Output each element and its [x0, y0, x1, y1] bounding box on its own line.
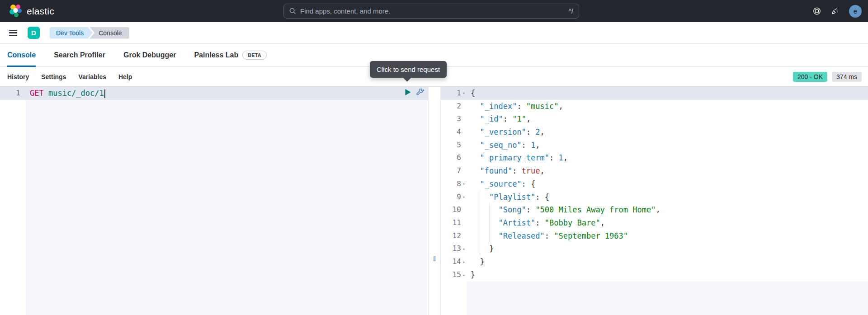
code-line[interactable]: 1▾{ [441, 87, 868, 100]
code-text[interactable]: "_version": 2, [467, 126, 868, 139]
code-line[interactable]: 2 "_index": "music", [441, 100, 868, 113]
code-text[interactable]: "Artist": "Bobby Bare", [467, 216, 868, 230]
indent-guide [480, 216, 480, 230]
tab-painless-lab[interactable]: Painless Lab BETA [194, 44, 267, 66]
fold-spacer [461, 126, 467, 139]
newsfeed-icon[interactable] [831, 7, 839, 15]
code-text[interactable]: } [467, 255, 868, 268]
tab-search-profiler[interactable]: Search Profiler [54, 44, 105, 66]
panel-resizer[interactable]: ‖ [429, 87, 441, 315]
indent-guide [480, 203, 480, 216]
code-text[interactable]: "_primary_term": 1, [467, 151, 868, 165]
code-line[interactable]: 3 "_id": "1", [441, 113, 868, 126]
code-text[interactable]: "_source": { [467, 178, 868, 191]
line-number: 1 [0, 87, 20, 100]
top-header: elastic ^/ e [0, 0, 868, 22]
search-shortcut-hint: ^/ [569, 8, 573, 15]
code-line[interactable]: 7 "found": true, [441, 165, 868, 178]
fold-spacer [461, 216, 467, 230]
code-text[interactable]: } [467, 242, 868, 255]
fold-spacer [461, 230, 467, 243]
line-number: 14 [441, 255, 461, 268]
menu-settings[interactable]: Settings [41, 73, 66, 80]
code-line[interactable]: 15▴} [441, 268, 868, 282]
fold-toggle-icon[interactable]: ▴ [461, 268, 467, 282]
code-line[interactable]: 12 "Released": "September 1963" [441, 230, 868, 243]
resizer-grip-icon: ‖ [433, 255, 436, 263]
fold-toggle-icon[interactable]: ▾ [461, 87, 467, 100]
code-line[interactable]: 10 "Song": "500 Miles Away from Home", [441, 203, 868, 216]
request-editor-panel[interactable]: 1GET music/_doc/1 [0, 87, 429, 315]
fold-toggle-icon[interactable]: ▾ [461, 178, 467, 191]
elastic-logo-icon [9, 4, 23, 19]
menu-history[interactable]: History [7, 73, 29, 80]
indent-guide [489, 230, 490, 243]
code-text[interactable]: "_index": "music", [467, 100, 868, 113]
menu-help[interactable]: Help [118, 73, 132, 80]
status-badge: 200 - OK [793, 72, 827, 82]
line-number: 10 [441, 203, 461, 216]
space-badge[interactable]: D [28, 27, 40, 39]
code-text[interactable]: "Playlist": { [467, 191, 868, 204]
send-request-tooltip: Click to send request [370, 61, 447, 78]
send-request-button[interactable] [404, 88, 412, 96]
code-text[interactable]: "Released": "September 1963" [467, 230, 868, 243]
response-viewer-panel[interactable]: 1▾{2 "_index": "music",3 "_id": "1",4 "_… [441, 87, 868, 315]
console-editors: 1GET music/_doc/1 ‖ 1▾{2 "_index": "musi… [0, 87, 868, 315]
line-number: 13 [441, 242, 461, 255]
line-number: 6 [441, 151, 461, 165]
menu-variables[interactable]: Variables [78, 73, 106, 80]
search-input[interactable] [300, 7, 569, 15]
code-text[interactable]: { [467, 87, 868, 100]
line-number: 8 [441, 178, 461, 191]
fold-spacer [461, 151, 467, 165]
elastic-logo[interactable]: elastic [9, 4, 54, 19]
fold-spacer [461, 203, 467, 216]
code-line[interactable]: 6 "_primary_term": 1, [441, 151, 868, 165]
line-number: 4 [441, 126, 461, 139]
fold-spacer [461, 139, 467, 152]
menu-icon[interactable] [9, 30, 17, 36]
line-number: 7 [441, 165, 461, 178]
response-viewer[interactable]: 1▾{2 "_index": "music",3 "_id": "1",4 "_… [441, 87, 868, 281]
code-line[interactable]: 4 "_version": 2, [441, 126, 868, 139]
user-avatar[interactable]: e [849, 5, 862, 18]
line-number: 2 [441, 100, 461, 113]
request-editor[interactable]: 1GET music/_doc/1 [0, 87, 428, 100]
fold-toggle-icon[interactable]: ▴ [461, 255, 467, 268]
code-line[interactable]: 9▾ "Playlist": { [441, 191, 868, 204]
code-text[interactable]: "_seq_no": 1, [467, 139, 868, 152]
wrench-icon[interactable] [416, 88, 424, 96]
search-icon [289, 8, 296, 14]
line-number: 12 [441, 230, 461, 243]
line-number: 3 [441, 113, 461, 126]
global-search[interactable]: ^/ [283, 4, 579, 19]
fold-spacer [461, 113, 467, 126]
request-gutter [0, 87, 26, 315]
tab-console[interactable]: Console [7, 44, 36, 66]
line-number: 5 [441, 139, 461, 152]
help-icon[interactable] [813, 7, 821, 15]
indent-guide [489, 203, 490, 216]
fold-toggle-icon[interactable]: ▾ [461, 191, 467, 204]
code-text[interactable]: "found": true, [467, 165, 868, 178]
code-line[interactable]: 1GET music/_doc/1 [0, 87, 428, 100]
code-text[interactable]: GET music/_doc/1 [26, 87, 428, 100]
breadcrumb-dev-tools[interactable]: Dev Tools [50, 27, 93, 39]
line-number: 9 [441, 191, 461, 204]
code-line[interactable]: 8▾ "_source": { [441, 178, 868, 191]
code-text[interactable]: "Song": "500 Miles Away from Home", [467, 203, 868, 216]
code-line[interactable]: 5 "_seq_no": 1, [441, 139, 868, 152]
fold-spacer [461, 100, 467, 113]
code-line[interactable]: 13▴ } [441, 242, 868, 255]
code-line[interactable]: 14▴ } [441, 255, 868, 268]
breadcrumb-console: Console [90, 27, 129, 39]
code-text[interactable]: } [467, 268, 868, 282]
line-number: 15 [441, 268, 461, 282]
code-line[interactable]: 11 "Artist": "Bobby Bare", [441, 216, 868, 230]
fold-toggle-icon[interactable]: ▴ [461, 242, 467, 255]
code-text[interactable]: "_id": "1", [467, 113, 868, 126]
logo-wordmark: elastic [27, 6, 54, 17]
response-time-badge: 374 ms [832, 72, 862, 82]
tab-grok-debugger[interactable]: Grok Debugger [123, 44, 176, 66]
